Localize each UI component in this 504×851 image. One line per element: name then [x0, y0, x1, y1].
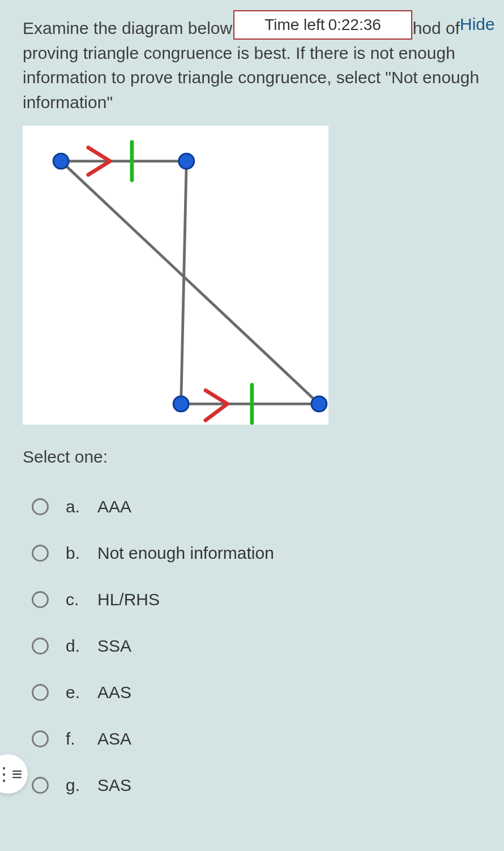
svg-point-6: [53, 153, 69, 169]
option-letter: c.: [49, 590, 83, 609]
option-text: AAS: [83, 683, 131, 702]
option-f[interactable]: f. ASA: [32, 716, 481, 762]
option-a[interactable]: a. AAA: [32, 484, 481, 530]
radio-icon[interactable]: [32, 591, 49, 608]
timer-box: Time left 0:22:36: [233, 10, 412, 40]
triangle-diagram: [23, 126, 328, 425]
option-e[interactable]: e. AAS: [32, 669, 481, 716]
svg-line-2: [61, 161, 319, 404]
radio-icon[interactable]: [32, 498, 49, 515]
option-letter: g.: [49, 776, 83, 795]
option-text: HL/RHS: [83, 590, 160, 609]
option-letter: b.: [49, 544, 83, 563]
svg-point-9: [311, 396, 327, 412]
select-one-prompt: Select one:: [23, 447, 481, 467]
option-letter: e.: [49, 683, 83, 702]
option-d[interactable]: d. SSA: [32, 623, 481, 669]
option-b[interactable]: b. Not enough information: [32, 530, 481, 576]
radio-icon[interactable]: [32, 545, 49, 562]
option-c[interactable]: c. HL/RHS: [32, 576, 481, 623]
option-letter: f.: [49, 729, 83, 749]
radio-icon[interactable]: [32, 730, 49, 747]
option-letter: d.: [49, 636, 83, 656]
hide-timer-link[interactable]: Hide: [460, 15, 495, 34]
option-text: AAA: [83, 497, 131, 516]
option-text: SAS: [83, 776, 131, 795]
options-list: a. AAA b. Not enough information c. HL/R…: [23, 484, 481, 809]
option-text: SSA: [83, 636, 131, 656]
svg-point-8: [173, 396, 189, 412]
list-icon: ⋮≡: [0, 765, 21, 783]
option-text: ASA: [83, 729, 131, 749]
svg-line-1: [181, 161, 187, 404]
svg-point-7: [179, 153, 194, 169]
radio-icon[interactable]: [32, 638, 49, 655]
timer-prefix: Time left: [264, 16, 324, 34]
timer-value: 0:22:36: [328, 16, 381, 34]
option-text: Not enough information: [83, 544, 274, 563]
radio-icon[interactable]: [32, 684, 49, 701]
radio-icon[interactable]: [32, 777, 49, 794]
option-letter: a.: [49, 497, 83, 516]
option-g[interactable]: g. SAS: [32, 762, 481, 809]
